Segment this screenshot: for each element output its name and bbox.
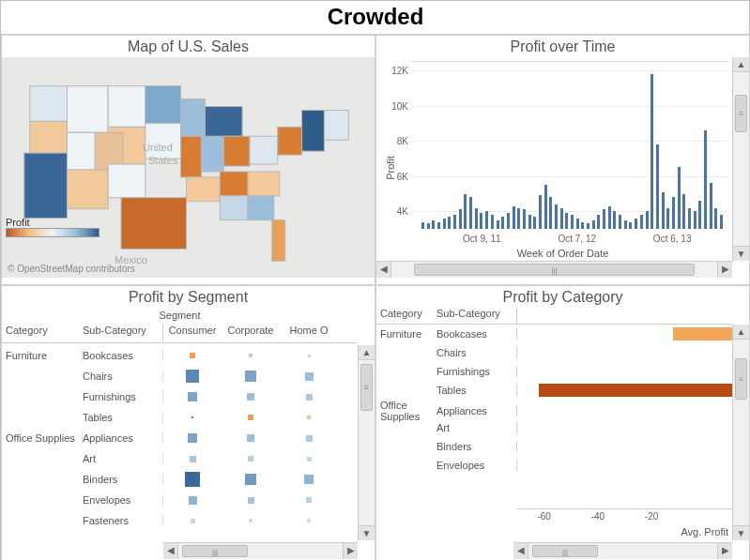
scroll-right-icon[interactable]: ▶: [717, 262, 732, 278]
profit-bar[interactable]: [587, 223, 589, 229]
scroll-left-icon[interactable]: ◀: [376, 262, 391, 278]
heatmap-cell[interactable]: [245, 371, 256, 382]
scrollbar-thumb[interactable]: ≡: [735, 358, 747, 400]
heatmap-cell[interactable]: [304, 475, 314, 484]
heatmap-cell[interactable]: [190, 353, 195, 358]
profit-bar[interactable]: [539, 195, 542, 229]
map-viewport[interactable]: United States Mexico Profit © OpenStreet…: [2, 57, 375, 278]
heatmap-cell[interactable]: [247, 434, 254, 442]
profit-bar[interactable]: [427, 223, 430, 229]
profit-bar[interactable]: [714, 208, 717, 229]
profit-bar[interactable]: [608, 206, 611, 229]
heatmap-cell[interactable]: [306, 394, 313, 401]
heatmap-cell[interactable]: [188, 433, 197, 443]
profit-bar[interactable]: [453, 215, 456, 229]
scroll-right-icon[interactable]: ▶: [717, 543, 732, 559]
profit-bar[interactable]: [576, 219, 579, 229]
scrollbar-thumb[interactable]: ≡: [360, 364, 373, 411]
scroll-down-icon[interactable]: ▼: [733, 525, 749, 540]
profit-bar[interactable]: [694, 211, 696, 229]
profit-bar[interactable]: [485, 211, 488, 229]
heatmap-cell[interactable]: [189, 496, 197, 505]
scrollbar-thumb[interactable]: |||: [182, 545, 248, 557]
heatmap-cell[interactable]: [306, 497, 312, 503]
profit-bar[interactable]: [720, 215, 723, 229]
profit-bar[interactable]: [437, 222, 440, 229]
profit-bar[interactable]: [459, 209, 462, 229]
profit-bar[interactable]: [597, 215, 600, 229]
profit-bar[interactable]: [448, 217, 451, 229]
profit-bar[interactable]: [443, 219, 446, 229]
profit-bar[interactable]: [581, 222, 584, 229]
heatmap-cell[interactable]: [306, 435, 313, 442]
heatmap-cell[interactable]: [247, 393, 254, 401]
heatmap-cell[interactable]: [307, 519, 311, 522]
profit-bar[interactable]: [560, 208, 563, 229]
heatmap-cell[interactable]: [305, 372, 314, 381]
profit-bar[interactable]: [528, 215, 531, 229]
pot-horizontal-scrollbar[interactable]: ◀ ||| ▶: [376, 261, 732, 278]
profit-bar[interactable]: [507, 213, 510, 229]
profit-bar[interactable]: [501, 217, 504, 229]
heatmap-cell[interactable]: [248, 497, 254, 504]
heatmap-cell[interactable]: [186, 370, 199, 383]
profit-bar[interactable]: [624, 220, 627, 229]
pbs-vertical-scrollbar[interactable]: ▲ ≡ ▼: [358, 345, 375, 540]
heatmap-cell[interactable]: [307, 457, 312, 462]
pbc-vertical-scrollbar[interactable]: ▲ ≡ ▼: [732, 325, 749, 540]
profit-bar[interactable]: [565, 213, 568, 229]
profit-bar[interactable]: [480, 213, 482, 229]
pbc-horizontal-scrollbar[interactable]: ◀ ||| ▶: [513, 542, 732, 559]
profit-bar[interactable]: [651, 74, 653, 229]
profit-bar[interactable]: [704, 130, 707, 229]
profit-bar[interactable]: [646, 211, 649, 229]
profit-bar[interactable]: [682, 194, 685, 229]
profit-bar[interactable]: [619, 215, 621, 229]
profit-bar[interactable]: [629, 222, 632, 229]
profit-bar[interactable]: [491, 215, 494, 229]
heatmap-cell[interactable]: [307, 416, 311, 419]
pot-chart-area[interactable]: 12K10K8K6K4KOct 9, 11Oct 7, 12Oct 6, 13: [412, 61, 728, 229]
profit-bar[interactable]: [533, 217, 536, 229]
heatmap-cell[interactable]: [249, 354, 253, 357]
pbs-heatmap-grid[interactable]: FurnitureBookcasesChairsFurnishingsTable…: [2, 345, 358, 540]
scroll-down-icon[interactable]: ▼: [733, 246, 749, 261]
profit-bar[interactable]: [592, 220, 595, 229]
heatmap-cell[interactable]: [185, 472, 200, 487]
profit-bar[interactable]: [640, 215, 643, 229]
profit-bar[interactable]: [513, 206, 515, 229]
profit-bar[interactable]: [672, 197, 675, 229]
heatmap-cell[interactable]: [249, 519, 253, 522]
heatmap-cell[interactable]: [245, 474, 256, 485]
profit-bar[interactable]: [656, 144, 659, 229]
profit-bar[interactable]: [555, 204, 558, 229]
scroll-right-icon[interactable]: ▶: [343, 543, 358, 559]
profit-bar[interactable]: [432, 220, 435, 229]
profit-bar[interactable]: [539, 384, 732, 397]
pbs-horizontal-scrollbar[interactable]: ◀ ||| ▶: [163, 542, 358, 559]
profit-bar[interactable]: [517, 208, 520, 229]
pot-vertical-scrollbar[interactable]: ▲ ≡ ▼: [732, 57, 749, 261]
scrollbar-thumb[interactable]: ≡: [735, 95, 747, 132]
scrollbar-thumb[interactable]: |||: [532, 545, 598, 557]
profit-bar[interactable]: [603, 209, 605, 229]
profit-bar[interactable]: [710, 183, 712, 229]
profit-bar[interactable]: [666, 208, 669, 229]
heatmap-cell[interactable]: [188, 392, 197, 401]
profit-bar[interactable]: [571, 215, 574, 229]
profit-bar[interactable]: [469, 197, 472, 229]
profit-bar[interactable]: [613, 211, 616, 229]
profit-bar[interactable]: [635, 219, 637, 229]
profit-bar[interactable]: [688, 208, 691, 229]
scroll-left-icon[interactable]: ◀: [513, 543, 528, 559]
profit-bar[interactable]: [549, 197, 552, 229]
scroll-down-icon[interactable]: ▼: [359, 525, 375, 540]
scroll-up-icon[interactable]: ▲: [359, 345, 375, 360]
profit-bar[interactable]: [662, 192, 665, 229]
heatmap-cell[interactable]: [191, 519, 195, 523]
heatmap-cell[interactable]: [308, 355, 311, 357]
heatmap-cell[interactable]: [248, 456, 253, 462]
profit-bar[interactable]: [544, 185, 547, 229]
scrollbar-thumb[interactable]: |||: [414, 264, 695, 276]
profit-bar[interactable]: [475, 208, 478, 229]
